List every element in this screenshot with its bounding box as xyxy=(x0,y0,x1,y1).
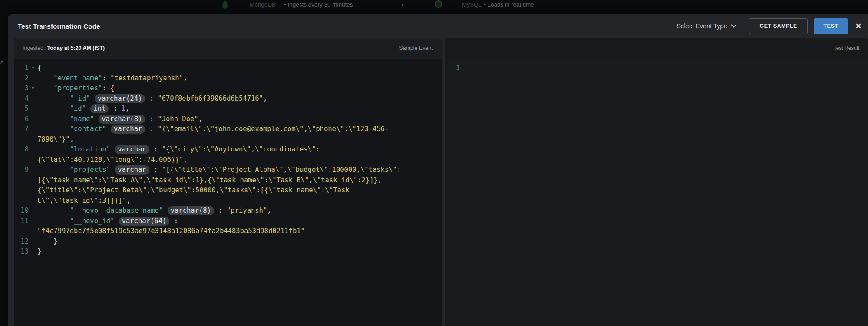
fold-gutter xyxy=(29,155,37,165)
line-number: 8 xyxy=(14,145,29,155)
fold-gutter xyxy=(460,63,469,73)
code-line[interactable]: 9 "projects" varchar : "[{\"title\":\"Pr… xyxy=(14,165,442,175)
fold-gutter xyxy=(29,165,37,175)
code-line[interactable]: 12 } xyxy=(14,237,442,247)
fold-gutter xyxy=(29,185,37,196)
datatype-pill: int xyxy=(90,104,109,113)
datatype-pill: varchar(64) xyxy=(119,217,170,226)
fold-gutter xyxy=(29,114,37,125)
code-text: "f4c7997dbc7f5e08f519c53ae97e3148a12086a… xyxy=(37,226,305,237)
code-line[interactable]: 11 "__hevo_id" varchar(64) : xyxy=(14,216,442,227)
modal-header: Test Transformation Code Select Event Ty… xyxy=(8,14,868,38)
line-number xyxy=(14,155,29,165)
line-number: 6 xyxy=(14,114,29,125)
code-line[interactable]: 2 "event_name": "testdatapriyansh", xyxy=(14,73,442,84)
background-source-name: MongoDB xyxy=(250,1,276,9)
background-destination-desc: • Loads in real-time xyxy=(484,1,534,9)
line-number: 5 xyxy=(14,104,29,114)
datatype-pill: varchar(24) xyxy=(95,94,145,103)
chevron-down-icon xyxy=(731,24,736,28)
background-destination-name: MySQL xyxy=(462,1,482,9)
datatype-pill: varchar xyxy=(115,145,149,154)
code-text: {\"lat\":40.7128,\"long\":-74.006}}", xyxy=(37,155,187,165)
pipeline-arrow-icon: › xyxy=(401,1,403,9)
line-number xyxy=(14,175,29,186)
code-line[interactable]: 6 "name" varchar(8) : "John Doe", xyxy=(14,114,442,125)
code-line[interactable]: 7890\"}", xyxy=(14,135,442,145)
code-line[interactable]: 8 "location" varchar : "{\"city\":\"Anyt… xyxy=(14,145,442,155)
sample-event-header: Ingested: Today at 5:20 AM (IST) Sample … xyxy=(14,38,442,59)
fold-gutter xyxy=(29,247,37,257)
fold-gutter xyxy=(29,73,37,84)
code-line[interactable]: 7 "contact" varchar : "{\"email\":\"john… xyxy=(14,124,442,135)
datatype-pill: varchar(8) xyxy=(168,206,214,215)
line-number xyxy=(14,226,29,237)
fold-arrow-icon[interactable]: ▼ xyxy=(29,83,37,94)
background-pipeline-bar: MongoDB • Ingests every 30 minutes › MyS… xyxy=(0,0,868,10)
fold-gutter xyxy=(29,145,37,155)
code-line[interactable]: 4 "_id" varchar(24) : "670f8ebfb6f39066d… xyxy=(14,94,442,104)
fold-gutter xyxy=(29,216,37,227)
test-transformation-modal: Test Transformation Code Select Event Ty… xyxy=(8,14,868,326)
code-text: { xyxy=(37,63,41,73)
code-line[interactable]: 3▼ "properties": { xyxy=(14,83,442,94)
code-text: {\"title\":\"Project Beta\",\"budget\":5… xyxy=(37,185,350,196)
line-number: 4 xyxy=(14,94,29,104)
code-line[interactable]: 13} xyxy=(14,247,442,257)
code-line[interactable]: "f4c7997dbc7f5e08f519c53ae97e3148a12086a… xyxy=(14,226,442,237)
code-text: } xyxy=(37,237,58,247)
datatype-pill: varchar(8) xyxy=(99,115,145,124)
test-result-code-editor[interactable]: 1 xyxy=(445,59,868,326)
fold-gutter xyxy=(29,196,37,206)
code-text: [{\"task_name\":\"Task A\",\"task_id\":1… xyxy=(37,175,382,186)
code-text: C\",\"task_id\":3}]}]", xyxy=(37,196,131,206)
line-number xyxy=(14,185,29,196)
code-text: "_id" varchar(24) : "670f8ebfb6f39066d6b… xyxy=(37,94,267,104)
fold-gutter xyxy=(29,226,37,237)
modal-title: Test Transformation Code xyxy=(18,23,100,30)
code-line[interactable]: {\"lat\":40.7128,\"long\":-74.006}}", xyxy=(14,155,442,165)
code-line[interactable]: 10 "__hevo__database_name" varchar(8) : … xyxy=(14,206,442,216)
line-number: 11 xyxy=(14,216,29,227)
test-result-tag: Test Result xyxy=(834,45,859,51)
fold-arrow-icon[interactable]: ▼ xyxy=(29,63,37,73)
fold-gutter xyxy=(29,104,37,114)
code-line[interactable]: 1▼{ xyxy=(14,63,442,73)
background-source-desc: • Ingests every 30 minutes xyxy=(284,1,353,9)
line-number xyxy=(14,196,29,206)
close-icon[interactable]: ✕ xyxy=(855,23,861,30)
code-text: "event_name": "testdatapriyansh", xyxy=(37,73,187,84)
line-number: 12 xyxy=(14,237,29,247)
test-button[interactable]: TEST xyxy=(814,18,848,34)
line-number: 13 xyxy=(14,247,29,257)
line-number xyxy=(14,135,29,145)
fold-gutter xyxy=(29,237,37,247)
sample-event-panel: Ingested: Today at 5:20 AM (IST) Sample … xyxy=(14,38,442,326)
line-number: 2 xyxy=(14,73,29,84)
code-line[interactable]: {\"title\":\"Project Beta\",\"budget\":5… xyxy=(14,185,442,196)
code-text: "contact" varchar : "{\"email\":\"john.d… xyxy=(37,124,389,135)
event-type-dropdown[interactable]: Select Event Type xyxy=(677,23,737,30)
code-text: "__hevo_id" varchar(64) : xyxy=(37,216,178,227)
ingested-label: Ingested: xyxy=(23,45,45,51)
modal-body: Ingested: Today at 5:20 AM (IST) Sample … xyxy=(8,38,868,326)
datatype-pill: varchar xyxy=(115,165,149,175)
code-line[interactable]: [{\"task_name\":\"Task A\",\"task_id\":1… xyxy=(14,175,442,186)
line-number: 9 xyxy=(14,165,29,175)
code-text: "properties": { xyxy=(37,83,114,94)
background-edge-text: s xyxy=(0,59,3,66)
code-text: } xyxy=(37,247,41,257)
line-number: 7 xyxy=(14,124,29,135)
sample-event-code-editor[interactable]: 1▼{2 "event_name": "testdatapriyansh",3▼… xyxy=(14,59,442,326)
ingested-timestamp: Today at 5:20 AM (IST) xyxy=(47,45,105,51)
line-number: 10 xyxy=(14,206,29,216)
test-result-header: Test Result xyxy=(445,38,868,59)
fold-gutter xyxy=(29,206,37,216)
get-sample-button[interactable]: GET SAMPLE xyxy=(749,18,807,34)
code-line[interactable]: 1 xyxy=(445,63,868,73)
code-line[interactable]: 5 "id" int : 1, xyxy=(14,104,442,114)
mongodb-leaf-icon xyxy=(222,1,228,9)
code-line[interactable]: C\",\"task_id\":3}]}]", xyxy=(14,196,442,206)
test-result-panel: Test Result 1 xyxy=(445,38,868,326)
line-number: 3 xyxy=(14,83,29,94)
